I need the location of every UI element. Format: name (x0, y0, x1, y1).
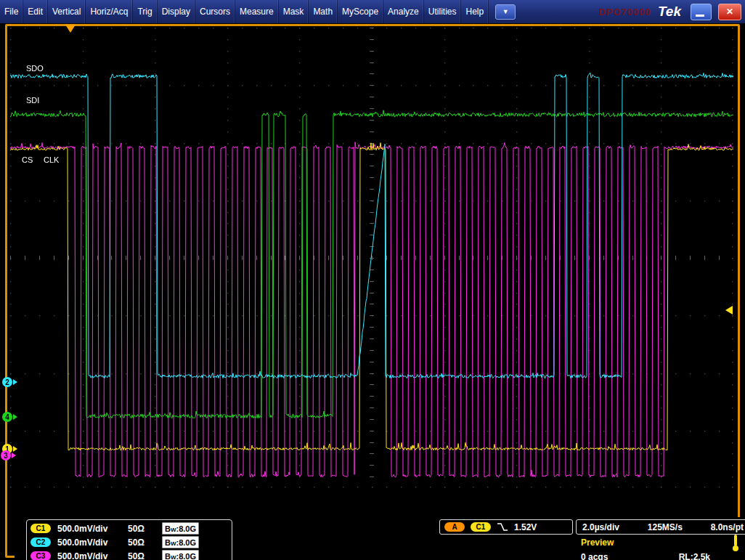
channel-termination-c2: 50Ω (128, 537, 155, 548)
waveform-canvas[interactable] (10, 28, 733, 488)
falling-edge-icon (497, 522, 508, 532)
marker-arrow-icon (13, 414, 17, 420)
trigger-position-marker[interactable] (65, 25, 76, 33)
channel-termination-c1: 50Ω (128, 524, 155, 534)
menu-item-file[interactable]: File (0, 0, 23, 23)
trigger-level-arrow[interactable] (725, 306, 733, 315)
menu-item-mask[interactable]: Mask (279, 0, 309, 23)
menu-item-math[interactable]: Math (309, 0, 338, 23)
resolution-value: 8.0ns/pt (711, 522, 744, 532)
sample-rate-value: 125MS/s (648, 522, 683, 532)
bandwidth-readout-c1: BW:8.0G (162, 522, 199, 535)
menu-item-analyze[interactable]: Analyze (383, 0, 424, 23)
waveform-display[interactable]: SDO SDI CS CLK (10, 28, 733, 488)
channel-scale-c2: 500.0mV/div (57, 537, 121, 548)
channel-marker-3[interactable]: 3 (1, 450, 16, 460)
menu-item-edit[interactable]: Edit (23, 0, 48, 23)
menu-item-vertical[interactable]: Vertical (48, 0, 86, 23)
marker-arrow-icon (12, 453, 16, 458)
model-ghost-text: DPO70000 (599, 7, 651, 17)
channel-badge-c1[interactable]: C1 (30, 524, 51, 533)
menu-item-cursors[interactable]: Cursors (195, 0, 235, 23)
timebase-value: 2.0µs/div (582, 522, 619, 532)
menu-item-help[interactable]: Help (461, 0, 489, 23)
channel-badge-c2[interactable]: C2 (30, 537, 51, 547)
acqs-count: 0 acqs (581, 552, 608, 560)
acquisition-row: 0 acqs RL:2.5k (581, 552, 710, 560)
channel-readout-box: C1 500.0mV/div 50Ω BW:8.0G C2 500.0mV/di… (26, 519, 232, 560)
signal-label-clk: CLK (44, 155, 59, 164)
signal-label-sdi: SDI (26, 96, 39, 105)
menu-dropdown-button[interactable]: ▼ (495, 4, 516, 20)
scope-bezel-frame: SDO SDI CS CLK C1 500.0mV/div 50Ω BW:8.0… (5, 24, 740, 558)
bandwidth-readout-c2: BW:8.0G (162, 536, 199, 548)
preview-status: Preview (581, 537, 614, 548)
menu-item-display[interactable]: Display (158, 0, 195, 23)
channel-readout-row-c1[interactable]: C1 500.0mV/div 50Ω BW:8.0G (30, 522, 228, 535)
signal-label-sdo: SDO (26, 64, 44, 73)
trigger-readout[interactable]: A C1 1.52V (439, 519, 573, 535)
channel-badge-c3[interactable]: C3 (30, 551, 51, 560)
channel-termination-c3: 50Ω (128, 551, 155, 560)
menu-item-utilities[interactable]: Utilities (424, 0, 462, 23)
menu-item-measure[interactable]: Measure (235, 0, 279, 23)
marker-arrow-icon (13, 379, 17, 385)
bandwidth-readout-c3: BW:8.0G (162, 550, 199, 560)
readout-panel: C1 500.0mV/div 50Ω BW:8.0G C2 500.0mV/di… (15, 517, 745, 560)
horizontal-readout[interactable]: 2.0µs/div 125MS/s 8.0ns/pt (576, 519, 745, 535)
channel-scale-c3: 500.0mV/div (57, 551, 121, 560)
channel-scale-c1: 500.0mV/div (57, 524, 121, 534)
tek-logo: Tek (658, 4, 684, 20)
trigger-source-badge: C1 (471, 522, 491, 532)
menu-item-trig[interactable]: Trig (133, 0, 157, 23)
menu-bar: File Edit Vertical Horiz/Acq Trig Displa… (0, 0, 745, 23)
channel-marker-2[interactable]: 2 (2, 377, 17, 387)
channel-readout-row-c2[interactable]: C2 500.0mV/div 50Ω BW:8.0G (30, 536, 228, 549)
trigger-level-value: 1.52V (514, 522, 537, 532)
record-length: RL:2.5k (679, 552, 710, 560)
signal-label-cs: CS (22, 155, 33, 164)
menu-item-horiz-acq[interactable]: Horiz/Acq (86, 0, 133, 23)
close-button[interactable]: ✕ (718, 4, 741, 20)
menu-item-myscope[interactable]: MyScope (338, 0, 383, 23)
minimize-button[interactable] (691, 4, 712, 20)
trigger-system-badge: A (444, 522, 465, 532)
channel-readout-row-c3[interactable]: C3 500.0mV/div 50Ω BW:8.0G (30, 550, 228, 560)
waveform-position-icon (732, 535, 739, 553)
channel-marker-4[interactable]: 4 (2, 412, 17, 422)
